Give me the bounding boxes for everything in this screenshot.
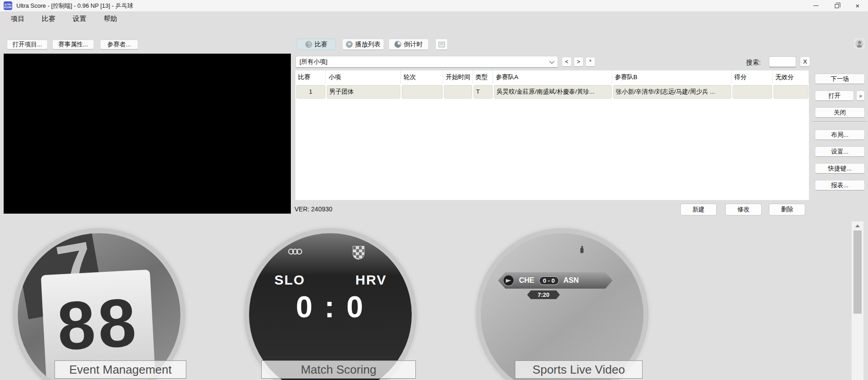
event-properties-button[interactable]: 赛事属性... (52, 40, 94, 50)
open-match-button[interactable]: 打开 (815, 90, 854, 101)
cell-team-a: 吳炅旼/金莊原/南盛斌/朴慶泰/黃珍... (494, 85, 612, 99)
cell-match-no: 1 (296, 85, 325, 99)
minimize-button[interactable] (805, 0, 826, 11)
clear-search-button[interactable]: X (800, 56, 810, 67)
sports-live-video-photo: CHE 0 - 0 ASN 7:20 (481, 233, 644, 380)
column-header-match[interactable]: 比赛 (295, 70, 326, 84)
tab-match[interactable]: 比赛 (297, 39, 336, 50)
prev-subevent-button[interactable]: < (562, 57, 572, 67)
checkered-crest-icon (353, 246, 364, 260)
scroll-up-arrow-icon[interactable] (855, 225, 860, 227)
scoreboard-team-right: HRV (330, 272, 412, 288)
ball-icon (305, 41, 312, 48)
overlay-team-left: CHE (519, 276, 534, 285)
menu-item-help[interactable]: 帮助 (102, 14, 119, 24)
scrollbar-thumb[interactable] (853, 230, 862, 314)
event-management-photo: 7 88 (18, 233, 180, 380)
monitor-button[interactable] (435, 39, 448, 50)
column-header-type[interactable]: 类型 (473, 70, 493, 84)
new-button[interactable]: 新建 (680, 204, 717, 215)
open-project-button[interactable]: 打开项目... (7, 40, 48, 50)
overlay-team-right: ASN (564, 276, 579, 285)
club-rings-crest-icon (288, 249, 300, 255)
settings-button[interactable]: 设置... (815, 146, 865, 157)
match-scoring-photo: SLO HRV 0 : 0 (249, 233, 412, 380)
participants-button[interactable]: 参赛者... (100, 40, 138, 50)
delete-button[interactable]: 删除 (769, 204, 805, 215)
launcher-card-sports-live-video[interactable]: CHE 0 - 0 ASN 7:20 (476, 228, 649, 380)
version-label: VER: 240930 (294, 205, 332, 213)
team-logo-icon (503, 275, 514, 286)
close-icon: × (856, 2, 860, 9)
star-filter-button[interactable]: * (585, 57, 595, 67)
next-subevent-button[interactable]: > (574, 57, 584, 67)
column-header-subevent[interactable]: 小项 (326, 70, 401, 84)
column-header-team-b[interactable]: 参赛队B (612, 70, 732, 84)
launcher-label-match-scoring[interactable]: Match Scoring (261, 360, 416, 379)
tab-countdown[interactable]: 倒计时 (389, 39, 429, 50)
modify-button[interactable]: 修改 (725, 204, 762, 215)
launcher-label-event-management[interactable]: Event Management (55, 360, 186, 379)
tab-playlist-label: 播放列表 (355, 40, 381, 49)
tab-match-label: 比赛 (315, 40, 328, 49)
vertical-scrollbar[interactable] (852, 221, 863, 380)
minimize-icon (813, 5, 818, 6)
scoreboard-score: 0 : 0 (249, 290, 412, 324)
launcher-card-match-scoring[interactable]: SLO HRV 0 : 0 (244, 228, 417, 380)
menu-item-project[interactable]: 项目 (9, 14, 26, 24)
player-figure (580, 246, 584, 254)
cell-start-time (444, 85, 472, 99)
side-panel-divider (813, 121, 867, 122)
window-title: Ultra Score - [控制端] - 0.96 NP [13] - 乒乓球 (16, 2, 133, 10)
cell-team-b: 张小新/辛清华/刘志远/马建/周少兵 ... (613, 85, 731, 99)
launcher-label-sports-live-video[interactable]: Sports Live Video (515, 360, 643, 379)
column-header-start-time[interactable]: 开始时间 (443, 70, 473, 84)
account-button[interactable] (854, 38, 865, 49)
open-more-button[interactable]: > (856, 90, 865, 101)
menu-item-settings[interactable]: 设置 (71, 14, 88, 24)
overlay-match-time: 7:20 (527, 290, 560, 299)
next-match-button[interactable]: 下一场 (815, 74, 865, 84)
menu-item-match[interactable]: 比赛 (40, 14, 57, 24)
tab-countdown-label: 倒计时 (404, 40, 423, 49)
search-input[interactable] (769, 56, 796, 67)
tab-playlist[interactable]: 播放列表 (342, 39, 384, 50)
chevron-down-icon (549, 59, 554, 64)
match-table-header: 比赛 小项 轮次 开始时间 类型 参赛队A 参赛队B 得分 无效分 (295, 70, 809, 84)
column-header-round[interactable]: 轮次 (401, 70, 443, 84)
close-match-button[interactable]: 关闭 (815, 107, 865, 118)
person-icon (855, 40, 863, 48)
app-logo-icon: ULTRA SCORE (4, 1, 12, 10)
subevent-filter-value: [所有小项] (299, 58, 549, 66)
titlebar: ULTRA SCORE Ultra Score - [控制端] - 0.96 N… (0, 0, 868, 11)
close-button[interactable]: × (847, 0, 868, 11)
launcher-card-event-management[interactable]: 7 88 (13, 228, 185, 380)
cell-subevent: 男子团体 (327, 85, 400, 99)
overlay-score-badge: 0 - 0 (539, 276, 559, 285)
cell-score (733, 85, 772, 99)
countdown-clock-icon (394, 41, 401, 48)
table-row[interactable]: 1 男子团体 T 吳炅旼/金莊原/南盛斌/朴慶泰/黃珍... 张小新/辛清华/刘… (295, 84, 809, 100)
scoreboard-team-left: SLO (249, 272, 330, 288)
video-preview (4, 54, 291, 214)
score-overlay-bar: CHE 0 - 0 ASN (498, 272, 613, 289)
restore-button[interactable] (826, 0, 847, 11)
match-table: 比赛 小项 轮次 开始时间 类型 参赛队A 参赛队B 得分 无效分 1 男子团体… (295, 70, 809, 200)
search-label: 搜索: (746, 59, 761, 67)
playlist-icon (346, 41, 353, 48)
cell-round (402, 85, 443, 99)
reports-button[interactable]: 报表... (815, 180, 865, 190)
app-logo-line2: SCORE (4, 6, 12, 9)
column-header-team-a[interactable]: 参赛队A (493, 70, 612, 84)
hotkeys-button[interactable]: 快捷键... (815, 163, 865, 174)
window-controls: × (805, 0, 868, 11)
subevent-filter-dropdown[interactable]: [所有小项] (295, 56, 558, 68)
column-header-invalid-score[interactable]: 无效分 (773, 70, 809, 84)
monitor-icon (439, 42, 445, 47)
menubar: 项目 比赛 设置 帮助 (0, 11, 133, 26)
layout-button[interactable]: 布局... (815, 130, 865, 140)
cell-type: T (474, 85, 493, 99)
column-header-score[interactable]: 得分 (732, 70, 773, 84)
restore-icon (835, 4, 839, 8)
cell-invalid-score (773, 85, 808, 99)
